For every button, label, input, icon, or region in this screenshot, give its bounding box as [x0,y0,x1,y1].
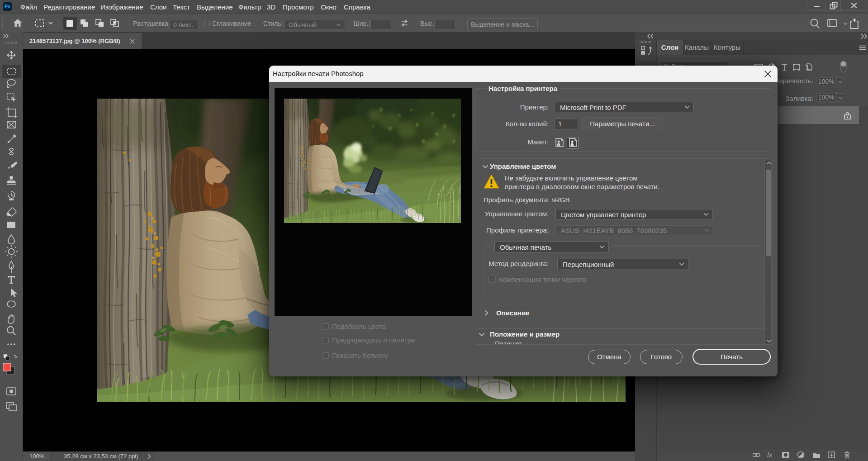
svg-text:fx: fx [767,451,773,459]
